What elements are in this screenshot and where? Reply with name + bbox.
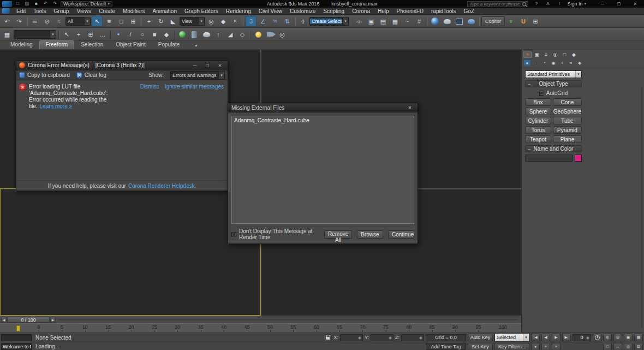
previous-key-button[interactable]: « (541, 343, 550, 350)
new-scene-icon[interactable]: □ (14, 1, 21, 7)
sign-in-menu[interactable]: Sign In ▾ (567, 1, 586, 7)
menu-item[interactable]: Group (50, 8, 73, 15)
category-helpers-button[interactable]: + (558, 60, 566, 66)
selection-region-icon[interactable]: □ (116, 16, 127, 27)
object-type-button[interactable]: GeoSphere (553, 108, 582, 115)
corona-close-button[interactable]: × (215, 63, 225, 68)
menu-item[interactable]: rapidTools (427, 8, 460, 15)
cylinder-primitive-icon[interactable] (189, 29, 200, 40)
object-type-button[interactable]: Box (525, 98, 551, 106)
window-crossing-icon[interactable]: ⊞ (128, 16, 139, 27)
sphere-primitive-icon[interactable] (177, 29, 188, 40)
select-by-name-icon[interactable]: ≡ (104, 16, 115, 27)
help-icon[interactable]: ? (533, 1, 540, 7)
learn-more-link[interactable]: Learn more » (40, 103, 72, 109)
maxscript-listener-top[interactable] (1, 334, 32, 341)
timeline-key-marker[interactable] (16, 325, 20, 331)
category-geometry-button[interactable]: ● (523, 60, 531, 66)
menu-item[interactable]: GoZ (460, 8, 478, 15)
corona-dialog-titlebar[interactable]: Corona Error Message(s) [Corona 3 (Hotfi… (16, 61, 228, 70)
category-cameras-button[interactable]: ◉ (550, 60, 557, 66)
application-menu-icon[interactable] (2, 8, 10, 14)
menu-item[interactable]: Rendering (222, 8, 255, 15)
missing-files-list[interactable]: Adanmq_Contraste_Hard.cube (231, 116, 414, 224)
object-color-swatch[interactable] (575, 155, 582, 162)
menu-item[interactable]: Customize (286, 8, 319, 15)
continue-button[interactable]: Continue (388, 230, 414, 239)
redo-icon[interactable]: ↷ (14, 16, 25, 27)
render-production-icon[interactable] (466, 16, 476, 27)
tab-modeling[interactable]: Modeling (4, 41, 39, 49)
layer-manager-icon[interactable]: ▤ (378, 16, 389, 27)
go-to-start-button[interactable]: |◀ (531, 334, 540, 341)
search-input[interactable] (469, 2, 521, 7)
teapot-primitive-icon[interactable] (201, 29, 212, 40)
dismiss-link[interactable]: Dismiss (140, 84, 159, 90)
show-filter-dropdown[interactable]: Errors and warnings ▾ (170, 71, 225, 80)
percent-snap-icon[interactable]: % (270, 16, 281, 27)
search-icon[interactable] (522, 2, 526, 6)
zoom-extents-icon[interactable]: ▣ (624, 334, 633, 341)
set-key-filter-dropdown[interactable]: Selected ▾ (494, 333, 529, 342)
time-configuration-button[interactable] (593, 334, 601, 341)
region-zoom-icon[interactable]: □ (603, 343, 612, 350)
copitor-button[interactable]: Copitor (481, 16, 505, 26)
border-mode-icon[interactable]: ○ (137, 29, 148, 40)
tab-motion[interactable]: ◎ (551, 51, 559, 58)
clear-log-button[interactable]: Clear log (76, 72, 106, 78)
graphite-ribbon-icon[interactable]: ▦ (390, 16, 401, 27)
a360-icon[interactable]: A (544, 1, 551, 7)
active-viewport-border[interactable] (0, 188, 261, 316)
menu-item[interactable]: Civil View (255, 8, 286, 15)
checker-pattern-icon[interactable]: ⊞ (530, 16, 541, 27)
category-systems-button[interactable]: ◈ (576, 60, 583, 66)
workspace-selector[interactable]: Workspace: Default ▾ (61, 1, 112, 7)
track-bar[interactable]: 0510152025303540455055606570758085909510… (0, 323, 521, 333)
bind-spacewarp-icon[interactable]: ≈ (53, 16, 64, 27)
x-coordinate-field[interactable] (340, 334, 363, 341)
set-key-button[interactable]: Set Key (468, 343, 493, 350)
named-selection-sets-icon[interactable]: {} (297, 16, 308, 27)
spinner-snap-icon[interactable]: ⇅ (282, 16, 293, 27)
object-type-button[interactable]: Teapot (525, 135, 551, 143)
menu-item[interactable]: Modifiers (119, 8, 149, 15)
auto-key-button[interactable]: Auto Key (468, 334, 493, 341)
selection-lock-toggle[interactable] (324, 334, 332, 341)
category-lights-button[interactable]: * (541, 60, 548, 66)
restore-button[interactable]: □ (615, 1, 623, 7)
corona-minimize-button[interactable]: ─ (190, 63, 200, 68)
object-name-field[interactable] (525, 155, 573, 162)
tab-hierarchy[interactable]: ≡ (542, 51, 550, 58)
missing-dialog-close-button[interactable]: × (406, 105, 414, 111)
corona-maximize-button[interactable]: □ (202, 63, 212, 68)
menu-item[interactable]: Animation (148, 8, 180, 15)
undo-icon[interactable]: ↶ (2, 16, 13, 27)
time-slider-prev-button[interactable]: ◀ (1, 317, 7, 323)
name-color-rollout-header[interactable]: − Name and Color (525, 145, 582, 152)
y-coordinate-field[interactable] (371, 334, 393, 341)
selection-filter-dropdown[interactable]: All ▾ (65, 17, 91, 26)
ribbon-minimize-button[interactable]: ▾ (192, 43, 200, 49)
play-button[interactable]: ▶ (552, 334, 560, 341)
object-type-button[interactable]: Cylinder (525, 117, 551, 124)
element-mode-icon[interactable]: ◆ (161, 29, 172, 40)
tab-freeform[interactable]: Freeform (39, 40, 75, 49)
menu-item[interactable]: PhoenixFD (393, 8, 427, 15)
tab-display[interactable]: □ (560, 51, 569, 58)
select-move-icon[interactable]: + (144, 16, 154, 27)
menu-item[interactable]: Corona (348, 8, 374, 15)
schematic-view-icon[interactable]: # (414, 16, 425, 27)
command-panel-scrollbar[interactable] (641, 88, 643, 328)
object-type-button[interactable]: Torus (525, 126, 551, 134)
redo-quick-icon[interactable]: ↷ (51, 1, 58, 7)
object-type-button[interactable]: Plane (553, 135, 582, 143)
tab-selection[interactable]: Selection (75, 41, 109, 49)
zoom-all-icon[interactable]: ⊞ (613, 334, 622, 341)
tab-populate[interactable]: Populate (152, 41, 186, 49)
category-spacewarps-button[interactable]: ≈ (567, 60, 575, 66)
render-setup-icon[interactable] (442, 16, 452, 27)
unlink-selection-icon[interactable]: ⊘ (41, 16, 52, 27)
menu-item[interactable]: Scripting (319, 8, 348, 15)
more-options-icon[interactable]: … (97, 29, 108, 40)
maxscript-mini-listener[interactable]: Welcome to M (1, 343, 32, 350)
